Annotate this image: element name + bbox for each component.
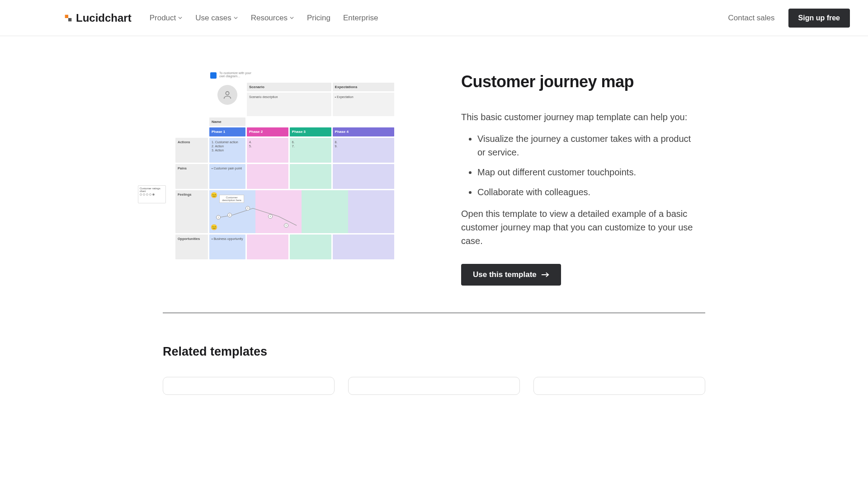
signup-button[interactable]: Sign up free <box>788 9 850 28</box>
nav-usecases-label: Use cases <box>195 14 231 23</box>
template-card[interactable] <box>348 377 520 395</box>
primary-nav: Product Use cases Resources Pricing <box>150 14 378 23</box>
phase-3-header: Phase 3 <box>290 127 331 136</box>
template-preview-column: To customize with your own diagram… Cust… <box>163 72 407 286</box>
person-icon <box>217 85 237 105</box>
expectations-box: • Expectation <box>333 93 394 116</box>
template-description: Customer journey map This basic customer… <box>461 72 696 286</box>
row-label-pains: Pains <box>175 164 208 189</box>
chevron-down-icon <box>233 14 238 23</box>
svg-point-0 <box>226 92 229 95</box>
arrow-right-icon <box>541 272 549 278</box>
nav-usecases[interactable]: Use cases <box>195 14 238 23</box>
template-card[interactable] <box>533 377 705 395</box>
template-card[interactable] <box>163 377 335 395</box>
related-templates-heading: Related templates <box>163 345 705 359</box>
nav-enterprise-label: Enterprise <box>343 14 378 23</box>
feelings-chart: 😐 😐 Customer description here 1 2 3 4 5 <box>209 190 394 233</box>
journey-map-diagram: Scenario Expectations Scenario descripti… <box>174 81 396 261</box>
feature-list: Visualize the journey a customer takes w… <box>461 132 696 199</box>
name-header: Name <box>209 117 245 126</box>
intro-paragraph: This basic customer journey map template… <box>461 110 696 124</box>
feature-item: Map out different customer touchpoints. <box>477 165 696 179</box>
nav-product-label: Product <box>150 14 176 23</box>
use-template-button[interactable]: Use this template <box>461 264 561 286</box>
scenario-box: Scenario description <box>247 93 331 116</box>
phase-4-header: Phase 4 <box>333 127 394 136</box>
nav-enterprise[interactable]: Enterprise <box>343 14 378 23</box>
header-left: Lucidchart Product Use cases Resources <box>63 12 378 24</box>
sticky-card-label: Customer ratings chart <box>140 187 164 192</box>
nav-resources[interactable]: Resources <box>251 14 294 23</box>
diagram-hint-marker <box>210 72 217 79</box>
main-content: To customize with your own diagram… Cust… <box>127 36 741 313</box>
row-label-opps: Opportunities <box>175 235 208 259</box>
related-templates-section: Related templates <box>127 313 741 395</box>
phase-1-header: Phase 1 <box>209 127 245 136</box>
lucidchart-logo-icon <box>63 13 73 23</box>
nav-product[interactable]: Product <box>150 14 183 23</box>
row-label-feelings: Feelings <box>175 190 208 233</box>
diagram-hint-text: To customize with your own diagram… <box>219 71 255 78</box>
header-right: Contact sales Sign up free <box>728 9 850 28</box>
feature-item: Visualize the journey a customer takes w… <box>477 132 696 159</box>
sticky-card: Customer ratings chart <box>138 185 166 203</box>
nav-resources-label: Resources <box>251 14 288 23</box>
scenario-header: Scenario <box>247 83 331 91</box>
related-template-cards <box>163 377 705 395</box>
chevron-down-icon <box>289 14 294 23</box>
page-title: Customer journey map <box>461 72 696 91</box>
nav-pricing-label: Pricing <box>307 14 330 23</box>
use-template-label: Use this template <box>473 270 537 279</box>
site-header: Lucidchart Product Use cases Resources <box>0 0 868 36</box>
expectations-header: Expectations <box>333 83 394 91</box>
nav-pricing[interactable]: Pricing <box>307 14 330 23</box>
phase-2-header: Phase 2 <box>247 127 288 136</box>
contact-sales-link[interactable]: Contact sales <box>728 14 775 23</box>
template-preview: To customize with your own diagram… Cust… <box>165 72 405 285</box>
outro-paragraph: Open this template to view a detailed ex… <box>461 207 696 248</box>
row-label-actions: Actions <box>175 138 208 163</box>
feature-item: Collaborate with colleagues. <box>477 185 696 199</box>
brand-name: Lucidchart <box>76 12 132 24</box>
brand-logo[interactable]: Lucidchart <box>63 12 132 24</box>
chevron-down-icon <box>178 14 183 23</box>
